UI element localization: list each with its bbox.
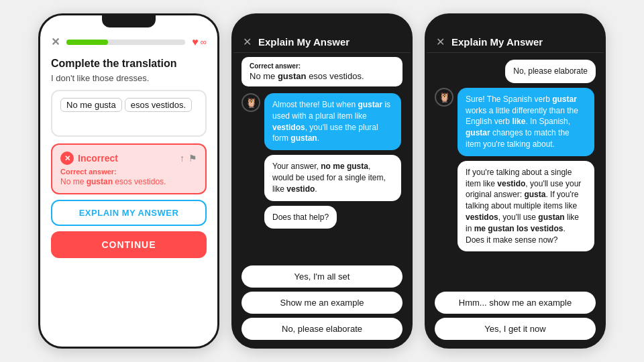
chat-options-1: Yes, I'm all set Show me an example No, …	[233, 261, 411, 347]
option-yes-get-it[interactable]: Yes, I get it now	[435, 318, 596, 340]
correct-text-pre: No me	[60, 177, 87, 186]
bot-row-1: 🦉 Almost there! But when gustar is used …	[241, 93, 402, 150]
correct-banner-1: Correct answer: No me gustan esos vestid…	[241, 57, 402, 86]
continue-button[interactable]: CONTINUE	[51, 231, 207, 258]
bot-bubble-1: Almost there! But when gustar is used wi…	[264, 93, 401, 150]
chat-title-1: Explain My Answer	[258, 36, 350, 48]
hearts-count: ∞	[201, 37, 207, 47]
bot-avatar-2: 🦉	[435, 88, 453, 107]
correct-label: Correct answer:	[60, 168, 197, 176]
phone3-content: ✕ Explain My Answer No, please elaborate…	[427, 15, 604, 347]
correct-text-post: esos vestidos.	[113, 177, 166, 186]
bot-row-2: 🦉 Sure! The Spanish verb gustar works a …	[435, 88, 596, 156]
chat-options-2: Hmm... show me an example Yes, I get it …	[427, 288, 604, 347]
phone1-header: ✕ ♥ ∞	[40, 30, 217, 51]
chat-close-icon-1[interactable]: ✕	[243, 36, 252, 48]
phone-notch-3	[488, 15, 542, 27]
phone-chat1: ✕ Explain My Answer Correct answer: No m…	[231, 13, 413, 349]
incorrect-icon: ✕	[60, 152, 74, 165]
bot-bubble-5: If you're talking about a single item li…	[458, 161, 594, 252]
answer-token-2[interactable]: esos vestidos.	[125, 98, 192, 112]
phone-exercise: ✕ ♥ ∞ Complete the translation I don't l…	[38, 13, 219, 349]
chat-header-2: ✕ Explain My Answer	[427, 30, 604, 53]
result-header: ✕ Incorrect ↑ ⚑	[60, 152, 197, 165]
option-hmm-example[interactable]: Hmm... show me an example	[435, 292, 596, 314]
answer-tokens: No me gusta esos vestidos.	[60, 98, 197, 112]
bot-bubble-4: Sure! The Spanish verb gustar works a li…	[458, 88, 594, 156]
chat-body-2: No, please elaborate 🦉 Sure! The Spanish…	[427, 53, 604, 288]
user-bubble-1: No, please elaborate	[505, 60, 596, 83]
banner-text-1: No me gustan esos vestidos.	[250, 71, 394, 81]
chat-header-1: ✕ Explain My Answer	[233, 30, 411, 53]
chat-title-2: Explain My Answer	[451, 36, 543, 48]
banner-pre: No me	[250, 71, 278, 81]
chat-close-icon-2[interactable]: ✕	[436, 36, 445, 48]
bot-avatar-1: 🦉	[241, 93, 260, 112]
bot-bubble-3: Does that help?	[264, 206, 337, 229]
chat-body-1: 🦉 Almost there! But when gustar is used …	[233, 86, 411, 261]
option-yes-set[interactable]: Yes, I'm all set	[241, 265, 402, 288]
answer-token-1[interactable]: No me gusta	[60, 98, 122, 112]
explain-answer-button[interactable]: EXPLAIN MY ANSWER	[51, 200, 207, 226]
share-icon[interactable]: ↑	[180, 153, 184, 164]
heart-icon: ♥	[192, 36, 199, 48]
option-show-example[interactable]: Show me an example	[241, 292, 402, 314]
result-actions: ↑ ⚑	[180, 153, 197, 164]
result-area: ✕ Incorrect ↑ ⚑ Correct answer: No me gu…	[51, 143, 207, 194]
phone2-content: ✕ Explain My Answer Correct answer: No m…	[233, 15, 411, 347]
phone-chat2: ✕ Explain My Answer No, please elaborate…	[425, 13, 606, 349]
banner-bold: gustan	[278, 71, 307, 81]
hearts-area: ♥ ∞	[192, 36, 207, 48]
phone1-body: Complete the translation I don't like th…	[40, 51, 217, 347]
banner-post: esos vestidos.	[307, 71, 364, 81]
exercise-sentence: I don't like those dresses.	[51, 73, 207, 83]
result-title: Incorrect	[78, 153, 118, 164]
correct-text-bold: gustan	[87, 177, 113, 186]
progress-bar	[66, 40, 185, 45]
phone1-content: ✕ ♥ ∞ Complete the translation I don't l…	[40, 15, 217, 347]
close-icon[interactable]: ✕	[51, 36, 60, 48]
progress-fill	[66, 40, 108, 45]
phone-notch	[102, 15, 156, 27]
banner-label-1: Correct answer:	[250, 62, 394, 70]
phone-notch-2	[295, 15, 349, 27]
answer-box: No me gusta esos vestidos.	[51, 90, 207, 137]
bot-bubble-2: Your answer, no me gusta, would be used …	[264, 155, 401, 200]
option-elaborate[interactable]: No, please elaborate	[241, 318, 402, 340]
exercise-title: Complete the translation	[51, 58, 207, 70]
phones-container: ✕ ♥ ∞ Complete the translation I don't l…	[25, 0, 619, 362]
correct-answer: No me gustan esos vestidos.	[60, 177, 197, 186]
flag-icon[interactable]: ⚑	[189, 153, 197, 164]
